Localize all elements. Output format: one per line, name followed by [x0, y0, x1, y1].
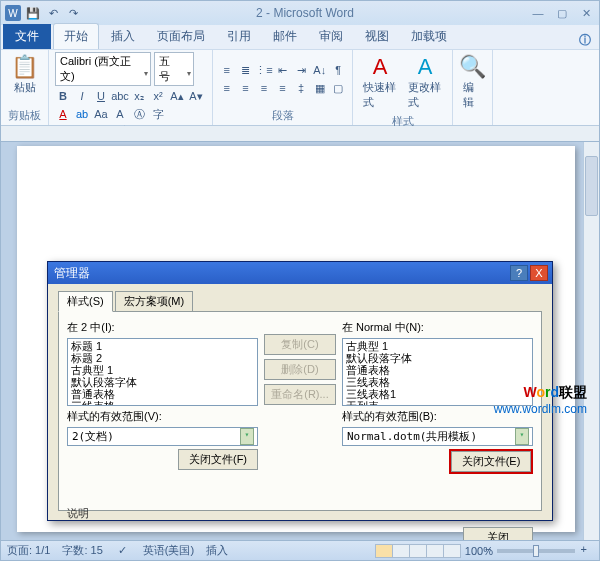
font-name-combo[interactable]: Calibri (西文正文): [55, 52, 151, 86]
change-case-icon[interactable]: Aa: [93, 106, 109, 122]
window-title: 2 - Microsoft Word: [81, 6, 529, 20]
view-buttons[interactable]: [376, 544, 461, 558]
strike-icon[interactable]: abc: [112, 88, 128, 104]
right-scope-select[interactable]: Normal.dotm(共用模板): [342, 427, 533, 446]
tab-review[interactable]: 审阅: [309, 24, 353, 49]
status-mode[interactable]: 插入: [206, 543, 228, 558]
change-styles-button[interactable]: A更改样式: [404, 52, 446, 112]
font-size-combo[interactable]: 五号: [154, 52, 194, 86]
help-icon[interactable]: ⓘ: [579, 32, 591, 49]
status-bar: 页面: 1/1 字数: 15 ✓ 英语(美国) 插入 100%: [1, 540, 599, 560]
word-icon: W: [5, 5, 21, 21]
tab-view[interactable]: 视图: [355, 24, 399, 49]
organizer-dialog: 管理器 ? X 样式(S) 宏方案项(M) 在 2 中(I): 标题 1标题 2…: [47, 261, 553, 521]
dialog-tab-styles[interactable]: 样式(S): [58, 291, 113, 312]
align-right-icon[interactable]: ≡: [256, 80, 272, 96]
status-words[interactable]: 字数: 15: [62, 543, 102, 558]
left-scope-select[interactable]: 2(文档): [67, 427, 258, 446]
left-styles-listbox[interactable]: 标题 1标题 2古典型 1默认段落字体普通表格三线表格三线表格1无列表: [67, 338, 258, 406]
right-close-file-button[interactable]: 关闭文件(E): [451, 451, 531, 472]
minimize-button[interactable]: ―: [529, 7, 547, 20]
ribbon: 文件 开始 插入 页面布局 引用 邮件 审阅 视图 加载项 ⓘ 📋粘贴 剪贴板 …: [1, 25, 599, 126]
tab-addins[interactable]: 加载项: [401, 24, 457, 49]
indent-inc-icon[interactable]: ⇥: [294, 62, 310, 78]
dialog-tab-macros[interactable]: 宏方案项(M): [115, 291, 194, 312]
line-spacing-icon[interactable]: ‡: [293, 80, 309, 96]
shrink-font-icon[interactable]: A▾: [188, 88, 204, 104]
description-label: 说明: [67, 502, 533, 521]
left-in-label: 在 2 中(I):: [67, 320, 258, 335]
underline-icon[interactable]: U: [93, 88, 109, 104]
quick-styles-button[interactable]: A快速样式: [359, 52, 401, 112]
dialog-title: 管理器: [52, 265, 510, 282]
maximize-button[interactable]: ▢: [553, 7, 571, 20]
shading-icon[interactable]: ▦: [312, 80, 328, 96]
left-scope-label: 样式的有效范围(V):: [67, 409, 258, 424]
superscript-icon[interactable]: x²: [150, 88, 166, 104]
align-center-icon[interactable]: ≡: [238, 80, 254, 96]
italic-icon[interactable]: I: [74, 88, 90, 104]
phonetic-icon[interactable]: 字: [150, 106, 166, 122]
indent-dec-icon[interactable]: ⇤: [275, 62, 291, 78]
ruler[interactable]: [1, 126, 599, 142]
undo-icon[interactable]: ↶: [45, 5, 61, 21]
numbering-icon[interactable]: ≣: [238, 62, 254, 78]
vertical-scrollbar[interactable]: [583, 142, 599, 540]
rename-button: 重命名(R)...: [264, 384, 336, 405]
paste-button[interactable]: 📋粘贴: [7, 52, 42, 97]
char-border-icon[interactable]: Ⓐ: [131, 106, 147, 122]
document-area: 管理器 ? X 样式(S) 宏方案项(M) 在 2 中(I): 标题 1标题 2…: [1, 126, 599, 540]
tab-references[interactable]: 引用: [217, 24, 261, 49]
copy-button: 复制(C): [264, 334, 336, 355]
multilevel-icon[interactable]: ⋮≡: [256, 62, 272, 78]
save-icon[interactable]: 💾: [25, 5, 41, 21]
grow-font-icon[interactable]: A▴: [169, 88, 185, 104]
subscript-icon[interactable]: x₂: [131, 88, 147, 104]
status-page[interactable]: 页面: 1/1: [7, 543, 50, 558]
align-left-icon[interactable]: ≡: [219, 80, 235, 96]
justify-icon[interactable]: ≡: [275, 80, 291, 96]
dialog-close-button[interactable]: X: [530, 265, 548, 281]
group-clipboard: 剪贴板: [7, 106, 42, 123]
right-in-label: 在 Normal 中(N):: [342, 320, 533, 335]
title-bar: W 💾 ↶ ↷ 2 - Microsoft Word ― ▢ ✕: [1, 1, 599, 25]
delete-button: 删除(D): [264, 359, 336, 380]
zoom-slider[interactable]: [497, 549, 575, 553]
spell-check-icon[interactable]: ✓: [115, 543, 131, 559]
sort-icon[interactable]: A↓: [312, 62, 328, 78]
dialog-help-button[interactable]: ?: [510, 265, 528, 281]
tab-layout[interactable]: 页面布局: [147, 24, 215, 49]
close-button[interactable]: ✕: [577, 7, 595, 20]
status-language[interactable]: 英语(美国): [143, 543, 194, 558]
show-marks-icon[interactable]: ¶: [331, 62, 347, 78]
editing-button[interactable]: 🔍编辑: [459, 52, 486, 112]
tab-home[interactable]: 开始: [53, 23, 99, 49]
bullets-icon[interactable]: ≡: [219, 62, 235, 78]
clear-format-icon[interactable]: A: [112, 106, 128, 122]
tab-mailings[interactable]: 邮件: [263, 24, 307, 49]
left-close-file-button[interactable]: 关闭文件(F): [178, 449, 258, 470]
bold-icon[interactable]: B: [55, 88, 71, 104]
highlight-icon[interactable]: ab: [74, 106, 90, 122]
watermark: Word联盟 www.wordlm.com: [494, 384, 587, 416]
dialog-close-main-button[interactable]: 关闭: [463, 527, 533, 540]
font-color-icon[interactable]: A: [55, 106, 71, 122]
redo-icon[interactable]: ↷: [65, 5, 81, 21]
borders-icon[interactable]: ▢: [330, 80, 346, 96]
tab-insert[interactable]: 插入: [101, 24, 145, 49]
tab-file[interactable]: 文件: [3, 24, 51, 49]
group-paragraph: 段落: [219, 106, 346, 123]
